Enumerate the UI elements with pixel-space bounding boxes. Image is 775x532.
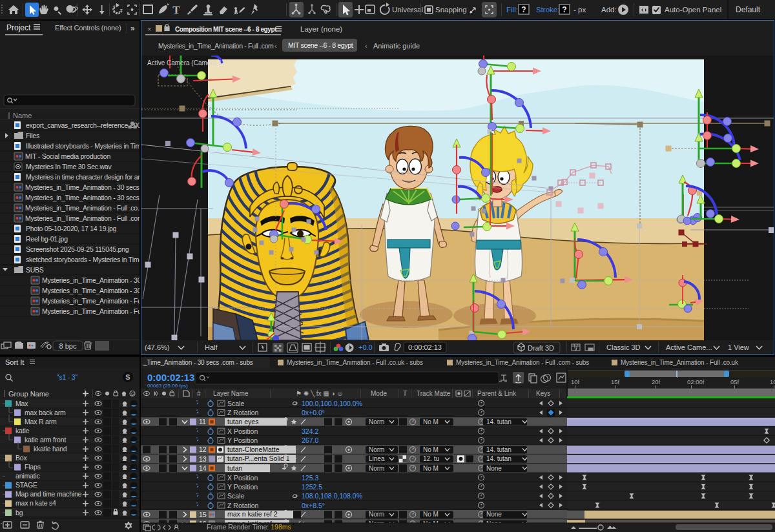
svg-text:Mode: Mode <box>371 390 387 397</box>
svg-text:‹: ‹ <box>274 42 277 50</box>
svg-text:?: ? <box>562 5 566 14</box>
svg-text:1252.5: 1252.5 <box>302 483 322 491</box>
svg-text:10f: 10f <box>571 378 580 385</box>
svg-text:SUBS: SUBS <box>26 266 44 274</box>
svg-text:T: T <box>172 4 180 16</box>
svg-text:‹: ‹ <box>365 42 367 50</box>
svg-text:Files: Files <box>26 132 39 139</box>
svg-text:Half: Half <box>205 343 218 351</box>
svg-text:Mysteries_in_Time_Animation -: Mysteries_in_Time_Animation - Full .co.u… <box>287 359 423 366</box>
svg-text:(47.6%): (47.6%) <box>145 343 170 351</box>
svg-text:Classic 3D: Classic 3D <box>606 343 641 351</box>
svg-text:Scale: Scale <box>227 400 244 407</box>
svg-text:No M: No M <box>423 446 439 453</box>
svg-text:S: S <box>131 392 134 396</box>
svg-text:Sort It: Sort It <box>5 358 24 366</box>
svg-text:12. tu: 12. tu <box>423 455 439 462</box>
svg-text:- px: - px <box>574 6 586 14</box>
svg-text:Mysteries_in_Time_Animation -: Mysteries_in_Time_Animation - Full .c <box>42 297 140 305</box>
svg-text:tutan eyes: tutan eyes <box>227 418 258 425</box>
svg-text:05f: 05f <box>730 378 739 385</box>
svg-text:14. tutan: 14. tutan <box>486 455 512 462</box>
svg-text:T: T <box>403 390 407 397</box>
svg-text:Scale: Scale <box>227 492 244 500</box>
svg-text:kkatie hand: kkatie hand <box>34 445 67 453</box>
svg-text:13: 13 <box>199 455 207 463</box>
svg-text:Layer Name: Layer Name <box>213 390 249 397</box>
svg-text:11: 11 <box>199 418 206 425</box>
svg-text:S: S <box>125 373 130 381</box>
svg-text:Snapping: Snapping <box>435 6 467 14</box>
svg-text:Reel bg-01.jpg: Reel bg-01.jpg <box>26 235 68 243</box>
svg-text:Photo 05-10-2020, 17 14 19.jpg: Photo 05-10-2020, 17 14 19.jpg <box>26 225 117 232</box>
svg-text:sketched storyboards - Mysteri: sketched storyboards - Mysteries in Time… <box>26 256 140 263</box>
svg-text:108.0,108.0,108.0%: 108.0,108.0,108.0% <box>302 492 362 500</box>
svg-text:Y Position: Y Position <box>227 436 258 444</box>
svg-text:02:00f: 02:00f <box>687 378 705 385</box>
svg-text:125.3: 125.3 <box>302 474 318 482</box>
svg-text:Max R arm: Max R arm <box>25 418 57 425</box>
svg-text:Screenshot 2025-09-25 115045.p: Screenshot 2025-09-25 115045.png <box>26 245 129 253</box>
svg-text:Name: Name <box>13 112 32 119</box>
svg-text:0:00:02:13: 0:00:02:13 <box>408 343 442 351</box>
svg-text:14: 14 <box>199 464 207 472</box>
svg-text:tutan: tutan <box>227 464 243 472</box>
svg-text:Mysteries In Time 30 Sec.wav: Mysteries In Time 30 Sec.wav <box>26 163 112 170</box>
svg-text:Mysteries_in_Time_Animation -: Mysteries_in_Time_Animation - Full .co.u… <box>25 204 140 212</box>
svg-text:Animatic guide: Animatic guide <box>373 42 420 50</box>
svg-text:Norm: Norm <box>369 511 384 518</box>
svg-text:Mysteries_in_Time_Animation -: Mysteries_in_Time_Animation - Full .com <box>158 42 274 50</box>
svg-text:export_canvas_research--refere: export_canvas_research--reference-20092 <box>26 121 140 129</box>
svg-text:10: 10 <box>770 378 775 385</box>
svg-text:animatic: animatic <box>16 472 40 480</box>
svg-text:Flaps: Flaps <box>25 463 41 471</box>
svg-text:MIT - Social media production: MIT - Social media production <box>25 152 110 160</box>
svg-text:100.0,100.0,100.0%: 100.0,100.0,100.0% <box>302 400 362 407</box>
svg-text:Draft 3D: Draft 3D <box>528 344 554 352</box>
svg-text:Keys: Keys <box>536 390 550 397</box>
svg-text:Add:: Add: <box>601 6 617 14</box>
svg-text:No M: No M <box>423 511 439 518</box>
svg-text:1 View: 1 View <box>728 343 749 351</box>
svg-text:Box: Box <box>16 454 27 462</box>
svg-text:None: None <box>486 465 502 472</box>
svg-text:Mysteries_in_Time_Animation -: Mysteries_in_Time_Animation - Full .com … <box>456 359 589 366</box>
svg-text:Default: Default <box>736 5 761 14</box>
svg-text:324.2: 324.2 <box>302 427 318 435</box>
svg-text:Project: Project <box>6 23 31 32</box>
svg-text:Frame Render Time: 198ms: Frame Render Time: 198ms <box>207 523 291 531</box>
svg-text:No M: No M <box>423 465 439 472</box>
svg-text:X Position: X Position <box>227 427 258 435</box>
svg-text:#: # <box>197 390 201 397</box>
svg-text:bg: bg <box>16 509 23 517</box>
svg-text:Norm: Norm <box>369 418 384 425</box>
svg-text:Max: Max <box>16 400 28 407</box>
svg-text:12: 12 <box>199 445 207 453</box>
svg-text:Mysteries_in_Time_Animation -: Mysteries_in_Time_Animation - 30 secs .c <box>25 194 140 201</box>
svg-text:"s1 - 3": "s1 - 3" <box>57 374 78 381</box>
svg-text:Active Came...: Active Came... <box>666 343 712 351</box>
svg-text:Z Rotation: Z Rotation <box>227 502 259 509</box>
svg-text:15: 15 <box>199 511 207 518</box>
svg-text:?: ? <box>521 5 526 14</box>
svg-text:+0.0: +0.0 <box>358 343 373 351</box>
svg-text:Auto-Open Panel: Auto-Open Panel <box>665 6 721 14</box>
svg-text:None: None <box>486 511 502 518</box>
svg-text:Map and time machine: Map and time machine <box>16 490 82 498</box>
svg-text:Mysteries_in_Time_Animation -: Mysteries_in_Time_Animation - Full .c <box>42 307 140 315</box>
svg-text:14. tutan: 14. tutan <box>486 446 512 453</box>
svg-text:Fill:: Fill: <box>506 6 518 14</box>
svg-text:max back arm: max back arm <box>25 409 66 416</box>
svg-text:Y Position: Y Position <box>227 483 258 491</box>
svg-text:Active Camera (Camera 1): Active Camera (Camera 1) <box>147 59 224 66</box>
svg-text:katie: katie <box>16 427 30 435</box>
svg-text:Mysteries_in_Time_Animation -: Mysteries_in_Time_Animation - Full .com <box>25 214 140 222</box>
svg-text:Effect Controls (none): Effect Controls (none) <box>55 24 121 32</box>
svg-text:max n katie ref 2: max n katie ref 2 <box>227 510 278 518</box>
svg-text:20f: 20f <box>652 378 661 385</box>
svg-text:Norm: Norm <box>369 446 384 453</box>
svg-text:X Position: X Position <box>227 474 258 482</box>
svg-text:Illustrated storyboards - Myst: Illustrated storyboards - Mysteries in T… <box>26 142 140 150</box>
svg-text:0x+8.5°: 0x+8.5° <box>302 502 325 509</box>
svg-text:Track Matte: Track Matte <box>417 390 451 397</box>
